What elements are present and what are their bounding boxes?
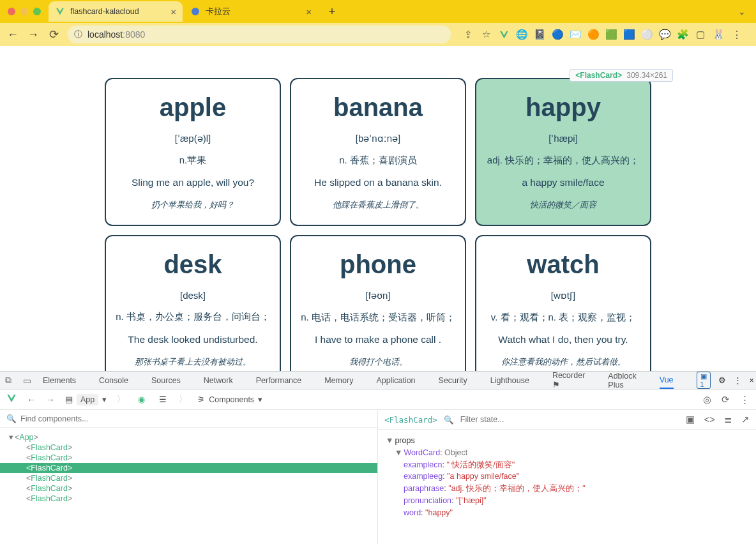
- tree-node[interactable]: ▾<App>: [0, 432, 377, 442]
- element-inspect-tooltip: <FlashCard> 309.34×261: [570, 69, 673, 82]
- devtools-tab[interactable]: Console: [99, 376, 128, 385]
- tree-node[interactable]: <FlashCard>: [0, 453, 377, 463]
- extension-icon[interactable]: 🟦: [623, 29, 635, 40]
- extension-icon[interactable]: 📓: [534, 29, 545, 40]
- forward-icon[interactable]: →: [46, 395, 55, 405]
- card-word: phone: [298, 250, 458, 279]
- extension-icon[interactable]: 🌐: [516, 29, 527, 40]
- reload-button[interactable]: ⟳: [47, 27, 60, 42]
- profile-icon[interactable]: 🐰: [713, 29, 724, 40]
- find-components-bar: 🔍: [0, 410, 377, 428]
- maximize-window-button[interactable]: [33, 8, 41, 15]
- extension-icon[interactable]: 💬: [659, 29, 670, 40]
- extension-icon[interactable]: 🟠: [587, 29, 599, 40]
- flashcard[interactable]: desk[desk]n. 书桌，办公桌；服务台，问询台；The desk loo…: [105, 235, 281, 371]
- caret-down-icon[interactable]: ▼: [395, 448, 402, 457]
- scroll-to-icon[interactable]: ▣: [686, 414, 695, 425]
- issues-badge[interactable]: ▣ 1: [697, 372, 711, 389]
- prop-row[interactable]: word: "happy": [386, 507, 748, 519]
- inspect-element-icon[interactable]: ⧉: [5, 375, 11, 386]
- tree-node[interactable]: <FlashCard>: [0, 442, 377, 453]
- prop-row[interactable]: examplecn: " 快活的微笑/面容": [386, 459, 748, 471]
- app-selector[interactable]: ▤ App ▾: [65, 394, 107, 405]
- new-tab-button[interactable]: +: [323, 5, 341, 19]
- timeline-icon[interactable]: ☰: [157, 394, 169, 405]
- card-example-cn: 你注意看我的动作，然后试着做。: [483, 356, 644, 368]
- open-new-icon[interactable]: ↗: [741, 414, 750, 425]
- caret-down-icon[interactable]: ▾: [9, 433, 13, 442]
- refresh-icon[interactable]: ⟳: [722, 394, 730, 405]
- inspect-dom-icon[interactable]: <>: [704, 414, 715, 425]
- flashcard-grid: apple[ˈæp(ə)l]n.苹果Sling me an apple, wil…: [105, 78, 651, 371]
- back-icon[interactable]: ←: [27, 395, 36, 405]
- site-info-icon[interactable]: ⓘ: [74, 29, 82, 40]
- devtools-tab[interactable]: Adblock Plus: [608, 372, 636, 389]
- flashcard[interactable]: happy[ˈhæpi]adj. 快乐的；幸福的，使人高兴的；a happy s…: [475, 78, 651, 226]
- devtools-tab[interactable]: Memory: [324, 376, 353, 385]
- prop-row[interactable]: pronunciation: "[ˈhæpi]": [386, 495, 748, 507]
- chevron-down-icon: ▾: [258, 395, 262, 404]
- open-editor-icon[interactable]: ≣: [724, 414, 732, 425]
- card-pronunciation: [bəˈnɑːnə]: [298, 133, 458, 144]
- devtools-tab[interactable]: Network: [204, 376, 233, 385]
- browser-tab-active[interactable]: flashcard-kalacloud ×: [49, 1, 183, 22]
- settings-icon[interactable]: ⚙: [718, 375, 726, 385]
- card-paraphrase: n. 书桌，办公桌；服务台，问询台；: [112, 311, 273, 323]
- flashcard[interactable]: watch[wɒtʃ]v. 看；观看；n. 表；观察，监视；Watch what…: [475, 235, 651, 371]
- devtools-tab[interactable]: Application: [376, 376, 415, 385]
- kebab-menu-icon[interactable]: ⋮: [734, 375, 742, 385]
- card-word: happy: [483, 93, 644, 122]
- browser-tab[interactable]: 卡拉云 ×: [184, 1, 318, 22]
- tree-node[interactable]: <FlashCard>: [0, 483, 377, 494]
- kebab-menu-icon[interactable]: ⋮: [740, 394, 750, 405]
- devtools-body: 🔍 ▾<App> <FlashCard> <FlashCard> <FlashC…: [0, 410, 756, 544]
- devtools-tab[interactable]: Recorder ⚑: [552, 371, 585, 389]
- minimize-window-button[interactable]: [20, 8, 28, 15]
- tree-node[interactable]: <FlashCard>: [0, 463, 377, 473]
- extension-icon[interactable]: ✉️: [570, 29, 581, 40]
- devtools-tab[interactable]: Vue: [660, 375, 674, 389]
- close-tab-icon[interactable]: ×: [170, 6, 176, 17]
- devtools-tabbar: ⧉ ▭ ElementsConsoleSourcesNetworkPerform…: [0, 372, 756, 389]
- browser-chrome: flashcard-kalacloud × 卡拉云 × + ⌄ ← → ⟳ ⓘ …: [0, 0, 756, 46]
- prop-row[interactable]: paraphrase: "adj. 快乐的；幸福的，使人高兴的；": [386, 483, 748, 495]
- close-devtools-icon[interactable]: ×: [750, 376, 754, 385]
- kebab-menu-icon[interactable]: ⋮: [730, 29, 742, 40]
- devtools-tab[interactable]: Elements: [43, 376, 76, 385]
- share-icon[interactable]: ⇪: [462, 29, 474, 40]
- tree-node[interactable]: <FlashCard>: [0, 473, 377, 483]
- devtools-tab[interactable]: Sources: [151, 376, 181, 385]
- card-example-en: Sling me an apple, will you?: [112, 177, 273, 188]
- card-pronunciation: [ˈæp(ə)l]: [112, 133, 273, 144]
- flashcard[interactable]: phone[fəʊn]n. 电话，电话系统；受话器，听筒；I have to m…: [290, 235, 466, 371]
- forward-button[interactable]: →: [27, 28, 40, 42]
- inspector-selector[interactable]: ⚞ Components ▾: [197, 395, 262, 404]
- extensions-icon[interactable]: 🧩: [677, 29, 688, 40]
- flashcard[interactable]: banana[bəˈnɑːnə]n. 香蕉；喜剧演员He slipped on …: [290, 78, 466, 226]
- find-components-input[interactable]: [20, 414, 371, 423]
- bookmark-icon[interactable]: ☆: [480, 29, 492, 40]
- tabs-dropdown-icon[interactable]: ⌄: [738, 6, 751, 17]
- components-icon[interactable]: ◉: [135, 394, 147, 405]
- close-tab-icon[interactable]: ×: [306, 6, 312, 17]
- card-paraphrase: n. 香蕉；喜剧演员: [298, 155, 458, 167]
- device-toolbar-icon[interactable]: ▭: [23, 375, 31, 386]
- back-button[interactable]: ←: [6, 28, 19, 42]
- close-window-button[interactable]: [8, 8, 15, 15]
- extension-icon[interactable]: 🔵: [552, 29, 563, 40]
- extension-icon[interactable]: 🟩: [605, 29, 617, 40]
- tree-node[interactable]: <FlashCard>: [0, 494, 377, 504]
- devtools-tab[interactable]: Lighthouse: [490, 376, 529, 385]
- devtools-tab[interactable]: Performance: [256, 376, 302, 385]
- filter-state-input[interactable]: [460, 415, 680, 424]
- vue-icon[interactable]: [498, 29, 510, 40]
- prop-row[interactable]: exampleeg: "a happy smile/face": [386, 471, 748, 483]
- extension-icon[interactable]: ⚪: [641, 29, 653, 40]
- address-bar[interactable]: ⓘ localhost:8080: [68, 26, 451, 43]
- caret-down-icon[interactable]: ▼: [386, 436, 393, 445]
- flashcard[interactable]: apple[ˈæp(ə)l]n.苹果Sling me an apple, wil…: [105, 78, 281, 226]
- account-icon[interactable]: ▢: [695, 29, 706, 40]
- devtools-tab[interactable]: Security: [439, 376, 467, 385]
- card-word: apple: [112, 93, 273, 122]
- target-icon[interactable]: ◎: [703, 394, 711, 405]
